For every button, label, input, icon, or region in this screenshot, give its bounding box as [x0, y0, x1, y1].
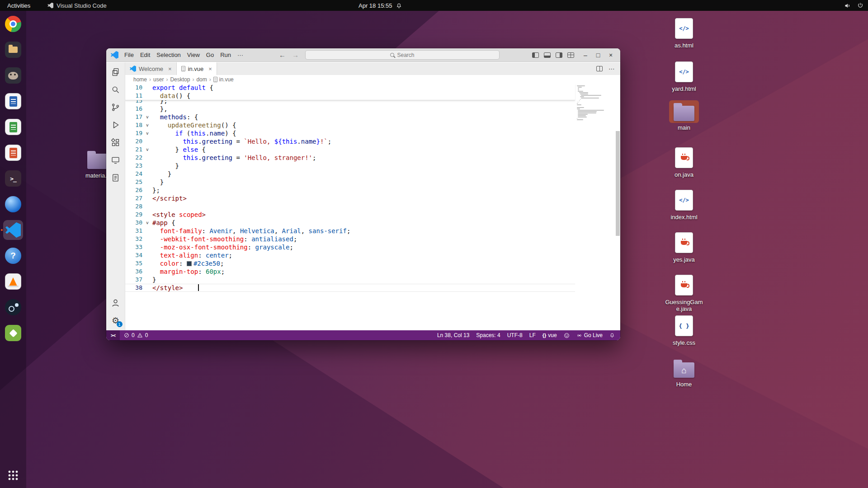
status-go-live[interactable]: Go Live [576, 332, 603, 338]
notification-bell-icon[interactable] [396, 3, 402, 9]
minimap[interactable] [577, 85, 614, 120]
code-line[interactable]: 34 text-align: center; [125, 251, 575, 259]
breadcrumb-item-user[interactable]: user [153, 76, 164, 83]
code-line[interactable]: 16 }, [125, 105, 575, 113]
account-icon[interactable] [108, 296, 123, 310]
menu-run[interactable]: Run [217, 50, 234, 60]
dock-item-vlc[interactable] [3, 272, 23, 291]
desktop-icon-guessinggame-java[interactable]: GuessingGame.java [665, 273, 703, 313]
code-line[interactable]: 27</script> [125, 194, 575, 202]
dock-item-files[interactable] [3, 40, 23, 60]
source-control-icon[interactable] [108, 100, 123, 114]
power-icon[interactable] [857, 2, 863, 9]
code-line[interactable]: 24 } [125, 170, 575, 178]
code-line[interactable]: 28 [125, 202, 575, 211]
dock-item-libreoffice-calc[interactable] [3, 117, 23, 137]
code-line[interactable]: 35 color: #2c3e50; [125, 259, 575, 267]
code-line[interactable]: 25 } [125, 178, 575, 186]
menu-more[interactable]: ··· [234, 50, 246, 60]
dock-item-libreoffice-writer[interactable] [3, 91, 23, 111]
code-line[interactable]: 33 -moz-osx-font-smoothing: grayscale; [125, 243, 575, 251]
back-button[interactable]: ← [279, 52, 286, 58]
command-center-search[interactable]: Search [305, 50, 500, 60]
code-line[interactable]: 11 data() { [125, 92, 575, 100]
breadcrumb-item-home[interactable]: home [133, 76, 147, 83]
menu-file[interactable]: File [121, 50, 137, 60]
split-editor-icon[interactable] [596, 66, 603, 71]
menu-go[interactable]: Go [203, 50, 217, 60]
toggle-sidebar-icon[interactable] [532, 52, 539, 58]
code-line[interactable]: 30∨#app { [125, 219, 575, 227]
tab-in-vue[interactable]: in.vue× [177, 62, 217, 75]
desktop-icon-home[interactable]: ⌂Home [665, 357, 703, 388]
dock-item-libreoffice-impress[interactable] [3, 143, 23, 163]
close-icon[interactable]: × [208, 66, 212, 72]
settings-gear-icon[interactable]: ⚙ 1 [108, 313, 123, 328]
status-notifications[interactable] [609, 333, 615, 338]
minimize-button[interactable]: – [580, 50, 591, 61]
extensions-icon[interactable] [108, 135, 123, 150]
menu-edit[interactable]: Edit [137, 50, 153, 60]
dock-item-steam[interactable] [3, 297, 23, 317]
forward-button[interactable]: → [292, 52, 299, 58]
close-button[interactable]: × [605, 50, 617, 61]
code-line[interactable]: 23 } [125, 162, 575, 170]
run-debug-icon[interactable] [108, 117, 123, 132]
fold-chevron-icon[interactable]: ∨ [141, 113, 154, 121]
remote-indicator[interactable]: >< [106, 330, 120, 340]
code-line[interactable]: 20 this.greeting = `Hello, ${this.name}!… [125, 137, 575, 145]
code-line[interactable]: 31 font-family: Avenir, Helvetica, Arial… [125, 227, 575, 235]
code-line[interactable]: 37} [125, 276, 575, 284]
problems-status[interactable]: 0 0 [120, 332, 152, 338]
fold-chevron-icon[interactable]: ∨ [141, 129, 154, 137]
dock-item-gimp[interactable] [3, 66, 23, 85]
code-line[interactable]: 32 -webkit-font-smoothing: antialiased; [125, 235, 575, 243]
toggle-secondary-sidebar-icon[interactable] [556, 52, 562, 58]
dock-item-chrome[interactable] [3, 14, 23, 34]
desktop-icon-style-css[interactable]: { }style.css [665, 314, 703, 347]
activities-button[interactable]: Activities [0, 0, 38, 11]
editor-more-actions-icon[interactable]: ⋯ [609, 65, 615, 72]
status-cursor-position[interactable]: Ln 38, Col 13 [437, 332, 469, 338]
tab-welcome[interactable]: Welcome× [125, 62, 177, 75]
dock-item-terminal[interactable]: >_ [3, 169, 23, 188]
breadcrumb-item-dom[interactable]: dom [196, 76, 207, 83]
code-line[interactable]: 21∨ } else { [125, 145, 575, 154]
fold-chevron-icon[interactable]: ∨ [141, 121, 154, 129]
code-line[interactable]: 29<style scoped> [125, 211, 575, 219]
status-eol[interactable]: LF [529, 332, 536, 338]
code-line[interactable]: 18∨ updateGreeting() { [125, 121, 575, 129]
notebook-icon[interactable] [108, 170, 123, 185]
desktop-icon-main[interactable]: main [665, 100, 703, 131]
dock-item-vscode[interactable] [3, 220, 23, 240]
dock-item-software[interactable] [3, 323, 23, 343]
explorer-icon[interactable] [108, 65, 123, 79]
breadcrumb-item-in-vue[interactable]: in.vue [213, 76, 234, 83]
code-line[interactable]: 19∨ if (this.name) { [125, 129, 575, 137]
desktop-icon-yard-html[interactable]: </>yard.html [665, 60, 703, 93]
status-language-mode[interactable]: {}vue [542, 332, 557, 338]
code-line[interactable]: 36 margin-top: 60px; [125, 267, 575, 276]
desktop-icon-index-html[interactable]: </>index.html [665, 188, 703, 221]
clock[interactable]: Apr 18 15:55 [359, 2, 392, 9]
desktop-icon-on-java[interactable]: on.java [665, 145, 703, 178]
status-feedback[interactable] [564, 333, 570, 338]
fold-chevron-icon[interactable]: ∨ [141, 219, 154, 227]
code-line[interactable]: 10export default { [125, 84, 575, 92]
status-indentation[interactable]: Spaces: 4 [476, 332, 500, 338]
search-icon[interactable] [108, 82, 123, 97]
code-line[interactable]: 17∨ methods: { [125, 113, 575, 121]
breadcrumb-item-desktop[interactable]: Desktop [170, 76, 190, 83]
toggle-panel-icon[interactable] [544, 52, 551, 58]
maximize-button[interactable]: □ [592, 50, 604, 61]
status-encoding[interactable]: UTF-8 [507, 332, 523, 338]
dock-item-browser[interactable] [3, 194, 23, 214]
desktop-icon-yes-java[interactable]: yes.java [665, 230, 703, 263]
fold-chevron-icon[interactable]: ∨ [141, 145, 154, 154]
menu-selection[interactable]: Selection [153, 50, 184, 60]
menu-view[interactable]: View [184, 50, 203, 60]
remote-explorer-icon[interactable] [108, 153, 123, 167]
focused-app-indicator[interactable]: Visual Studio Code [47, 2, 106, 9]
code-line[interactable]: 22 this.greeting = 'Hello, stranger!'; [125, 154, 575, 162]
vertical-scrollbar[interactable] [616, 131, 620, 236]
